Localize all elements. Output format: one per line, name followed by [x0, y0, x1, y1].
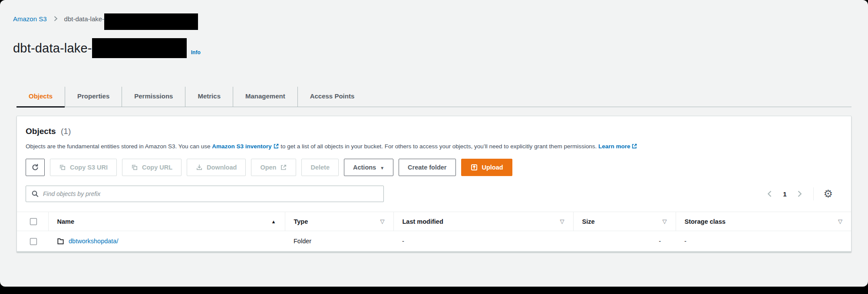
divider: [813, 187, 814, 200]
objects-heading-title: Objects: [26, 127, 56, 136]
objects-description: Objects are the fundamental entities sto…: [26, 142, 842, 151]
tab-objects[interactable]: Objects: [17, 87, 65, 107]
column-header-name[interactable]: Name▲: [48, 212, 285, 231]
delete-button[interactable]: Delete: [301, 159, 339, 176]
external-link-icon: [273, 143, 279, 149]
cell-storage-class: -: [676, 231, 851, 252]
cell-size: -: [573, 231, 676, 252]
breadcrumb-bucket-prefix: dbt-data-lake-: [64, 15, 105, 23]
copy-icon: [131, 164, 138, 171]
column-header-type[interactable]: Type▽: [285, 212, 393, 231]
search-icon: [31, 190, 39, 198]
upload-icon: [470, 163, 478, 171]
download-button[interactable]: Download: [187, 159, 246, 176]
breadcrumb-amazon-s3-link[interactable]: Amazon S3: [13, 15, 47, 23]
next-page-icon[interactable]: [795, 189, 804, 198]
tab-metrics[interactable]: Metrics: [185, 87, 233, 107]
sort-icon[interactable]: ▽: [560, 218, 564, 225]
copy-icon: [59, 164, 66, 171]
caret-down-icon: ▼: [380, 166, 384, 170]
refresh-button[interactable]: [26, 159, 45, 176]
upload-button[interactable]: Upload: [461, 159, 512, 176]
objects-count: (1): [61, 127, 71, 136]
breadcrumb-current-bucket: dbt-data-lake-: [64, 10, 198, 27]
objects-heading: Objects (1): [26, 116, 842, 136]
amazon-s3-inventory-link[interactable]: Amazon S3 inventory: [212, 143, 279, 150]
column-header-last-modified[interactable]: Last modified▽: [393, 212, 573, 231]
current-page-number[interactable]: 1: [781, 190, 788, 198]
info-link[interactable]: Info: [191, 49, 201, 58]
breadcrumb: Amazon S3 dbt-data-lake-: [0, 0, 868, 27]
bucket-tabs: Objects Properties Permissions Metrics M…: [17, 87, 851, 107]
tab-permissions[interactable]: Permissions: [122, 87, 185, 107]
refresh-icon: [31, 163, 39, 171]
objects-table: Name▲ Type▽ Last modified▽ Size▽ Storage…: [17, 212, 851, 252]
table-row: dbtworkshopdata/ Folder - - -: [17, 231, 851, 252]
pagination-controls: 1 ⚙: [766, 187, 842, 200]
chevron-right-icon: [52, 15, 59, 22]
open-button[interactable]: Open: [251, 159, 296, 176]
page-title: dbt-data-lake-: [13, 41, 92, 56]
settings-gear-icon[interactable]: ⚙: [823, 189, 833, 199]
copy-url-button[interactable]: Copy URL: [122, 159, 182, 176]
copy-s3-uri-button[interactable]: Copy S3 URI: [50, 159, 117, 176]
redaction-box: [104, 13, 198, 30]
external-link-icon: [280, 164, 287, 171]
cell-type: Folder: [285, 231, 393, 252]
sort-icon[interactable]: ▽: [663, 218, 667, 225]
learn-more-link[interactable]: Learn more: [598, 143, 638, 150]
tab-management[interactable]: Management: [233, 87, 297, 107]
folder-icon: [57, 238, 64, 245]
download-icon: [196, 164, 203, 171]
search-box[interactable]: [26, 186, 384, 202]
create-folder-button[interactable]: Create folder: [399, 159, 455, 176]
row-checkbox[interactable]: [30, 238, 37, 245]
s3-console-screen: Amazon S3 dbt-data-lake- dbt-data-lake- …: [0, 0, 868, 287]
objects-panel: Objects (1) Objects are the fundamental …: [17, 116, 851, 252]
tab-properties[interactable]: Properties: [65, 87, 122, 107]
objects-toolbar: Copy S3 URI Copy URL Download Open: [26, 159, 842, 176]
sort-icon[interactable]: ▽: [838, 218, 842, 225]
sort-icon[interactable]: ▽: [380, 218, 385, 225]
actions-dropdown-button[interactable]: Actions ▼: [344, 159, 393, 176]
column-header-size[interactable]: Size▽: [573, 212, 676, 231]
description-text-2: to get a list of all objects in your buc…: [279, 143, 598, 150]
filter-row: 1 ⚙: [26, 186, 842, 202]
redaction-box: [92, 38, 187, 58]
object-name-link[interactable]: dbtworkshopdata/: [69, 238, 118, 245]
cell-last-modified: -: [393, 231, 573, 252]
search-input[interactable]: [43, 190, 378, 197]
description-text-1: Objects are the fundamental entities sto…: [26, 143, 212, 150]
page-header: dbt-data-lake- Info: [13, 38, 868, 58]
select-all-checkbox[interactable]: [30, 218, 37, 225]
table-header-row: Name▲ Type▽ Last modified▽ Size▽ Storage…: [17, 212, 851, 231]
column-header-storage-class[interactable]: Storage class▽: [676, 212, 851, 231]
external-link-icon: [631, 143, 637, 149]
tab-access-points[interactable]: Access Points: [297, 87, 367, 107]
sort-ascending-icon[interactable]: ▲: [271, 219, 276, 224]
previous-page-icon[interactable]: [766, 189, 774, 198]
